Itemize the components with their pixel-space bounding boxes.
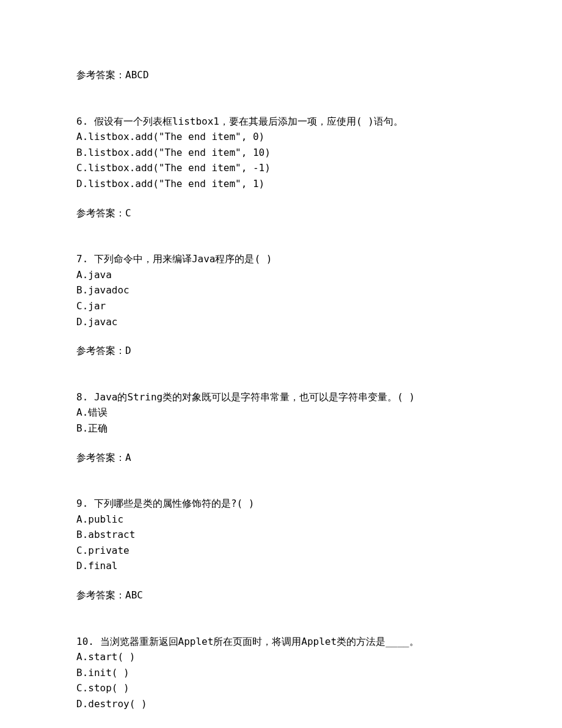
question-7-option-d: D.javac <box>76 314 486 330</box>
question-7-option-a: A.java <box>76 267 486 283</box>
question-6-answer: 参考答案：C <box>76 205 486 221</box>
question-9-option-a: A.public <box>76 512 486 528</box>
question-9: 9. 下列哪些是类的属性修饰符的是?( ) A.public B.abstrac… <box>76 496 486 603</box>
question-10-option-b: B.init( ) <box>76 665 486 681</box>
question-7-answer: 参考答案：D <box>76 343 486 359</box>
question-7-option-c: C.jar <box>76 298 486 314</box>
question-10-option-d: D.destroy( ) <box>76 696 486 712</box>
question-7-option-b: B.javadoc <box>76 282 486 298</box>
question-10-stem: 10. 当浏览器重新返回Applet所在页面时，将调用Applet类的方法是__… <box>76 634 486 650</box>
question-6-stem: 6. 假设有一个列表框listbox1，要在其最后添加一项，应使用( )语句。 <box>76 114 486 130</box>
question-8-stem: 8. Java的String类的对象既可以是字符串常量，也可以是字符串变量。( … <box>76 389 486 405</box>
question-6-option-a: A.listbox.add("The end item", 0) <box>76 129 486 145</box>
question-8-option-a: A.错误 <box>76 405 486 421</box>
question-6: 6. 假设有一个列表框listbox1，要在其最后添加一项，应使用( )语句。 … <box>76 114 486 221</box>
question-9-answer: 参考答案：ABC <box>76 587 486 603</box>
question-7: 7. 下列命令中，用来编译Java程序的是( ) A.java B.javado… <box>76 251 486 359</box>
question-9-option-b: B.abstract <box>76 527 486 543</box>
question-6-option-b: B.listbox.add("The end item", 10) <box>76 145 486 161</box>
question-6-option-c: C.listbox.add("The end item", -1) <box>76 160 486 176</box>
question-9-option-d: D.final <box>76 558 486 574</box>
previous-answer-line: 参考答案：ABCD <box>76 67 486 83</box>
question-8-option-b: B.正确 <box>76 421 486 436</box>
question-9-option-c: C.private <box>76 543 486 559</box>
question-10-option-c: C.stop( ) <box>76 680 486 696</box>
question-8: 8. Java的String类的对象既可以是字符串常量，也可以是字符串变量。( … <box>76 389 486 465</box>
question-9-stem: 9. 下列哪些是类的属性修饰符的是?( ) <box>76 496 486 512</box>
question-10: 10. 当浏览器重新返回Applet所在页面时，将调用Applet类的方法是__… <box>76 634 486 712</box>
question-7-stem: 7. 下列命令中，用来编译Java程序的是( ) <box>76 251 486 267</box>
question-8-answer: 参考答案：A <box>76 450 486 466</box>
question-10-option-a: A.start( ) <box>76 649 486 665</box>
question-6-option-d: D.listbox.add("The end item", 1) <box>76 176 486 192</box>
